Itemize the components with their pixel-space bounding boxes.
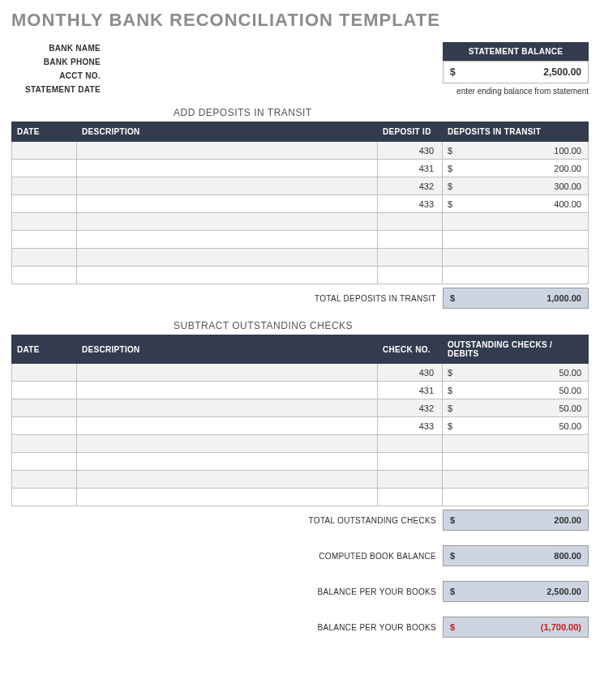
deposits-cell-amount[interactable]: $200.00 [443,160,589,177]
deposits-cell-date[interactable] [12,267,77,284]
deposits-cell-date[interactable] [12,160,77,177]
deposits-cell-date[interactable] [12,195,77,213]
deposits-section-title: ADD DEPOSITS IN TRANSIT [11,107,589,118]
deposits-cell-amount[interactable]: $100.00 [443,142,589,160]
checks-cell-id[interactable] [378,489,443,506]
checks-cell-date[interactable] [12,399,77,417]
amount-value: 50.00 [559,368,581,378]
checks-header-description: DESCRIPTION [77,335,378,364]
deposits-row [12,249,589,267]
checks-cell-id[interactable] [378,471,443,489]
checks-cell-description[interactable] [77,417,378,435]
checks-cell-amount[interactable]: $50.00 [443,364,589,382]
deposits-cell-description[interactable] [77,195,378,213]
deposits-cell-id[interactable]: 433 [378,195,443,213]
summary-row: COMPUTED BOOK BALANCE$800.00 [11,545,589,566]
statement-balance-title: STATEMENT BALANCE [443,42,589,61]
checks-cell-id[interactable]: 430 [378,364,443,382]
checks-cell-amount[interactable] [443,471,589,489]
summary-amount: (1,700.00) [541,622,581,632]
deposits-cell-id[interactable]: 430 [378,142,443,160]
summary-label: COMPUTED BOOK BALANCE [11,552,443,561]
deposits-cell-amount[interactable]: $300.00 [443,177,589,195]
statement-balance-box: STATEMENT BALANCE $ 2,500.00 enter endin… [443,42,589,96]
checks-cell-amount[interactable]: $50.00 [443,417,589,435]
deposits-header-date: DATE [12,122,77,142]
deposits-cell-description[interactable] [77,213,378,231]
deposits-cell-id[interactable] [378,249,443,267]
checks-cell-description[interactable] [77,399,378,417]
deposits-cell-amount[interactable] [443,231,589,249]
deposits-cell-amount[interactable] [443,213,589,231]
deposits-cell-description[interactable] [77,142,378,160]
deposits-row [12,213,589,231]
deposits-cell-date[interactable] [12,231,77,249]
checks-cell-amount[interactable] [443,435,589,453]
checks-cell-description[interactable] [77,364,378,382]
checks-cell-date[interactable] [12,471,77,489]
deposits-cell-description[interactable] [77,267,378,284]
deposits-cell-id[interactable] [378,267,443,284]
statement-balance-amount[interactable]: $ 2,500.00 [443,61,589,83]
deposits-total-amount: 1,000.00 [546,293,581,303]
deposits-cell-date[interactable] [12,213,77,231]
checks-cell-date[interactable] [12,453,77,471]
deposits-cell-id[interactable]: 431 [378,160,443,177]
deposits-row: 431$200.00 [12,160,589,177]
checks-total-row: TOTAL OUTSTANDING CHECKS $ 200.00 [11,510,589,531]
page-title: MONTHLY BANK RECONCILIATION TEMPLATE [11,10,589,31]
deposits-total-box: $ 1,000.00 [443,288,589,309]
checks-cell-description[interactable] [77,489,378,506]
deposits-cell-amount[interactable]: $400.00 [443,195,589,213]
summary-box: $(1,700.00) [443,617,589,638]
checks-cell-amount[interactable] [443,489,589,506]
checks-cell-date[interactable] [12,382,77,399]
checks-cell-id[interactable]: 431 [378,382,443,399]
checks-cell-id[interactable]: 432 [378,399,443,417]
checks-cell-description[interactable] [77,471,378,489]
bank-name-label: BANK NAME [11,44,101,53]
deposits-row [12,231,589,249]
currency-symbol: $ [448,368,452,378]
checks-row: 431$50.00 [12,382,589,399]
checks-cell-id[interactable] [378,453,443,471]
checks-cell-amount[interactable]: $50.00 [443,382,589,399]
summary-row: BALANCE PER YOUR BOOKS$(1,700.00) [11,617,589,638]
checks-row [12,489,589,506]
deposits-cell-amount[interactable] [443,249,589,267]
deposits-cell-description[interactable] [77,249,378,267]
deposits-cell-id[interactable] [378,213,443,231]
currency-symbol: $ [448,181,452,191]
deposits-row: 430$100.00 [12,142,589,160]
deposits-total-label: TOTAL DEPOSITS IN TRANSIT [11,294,443,303]
checks-cell-description[interactable] [77,382,378,399]
checks-total-currency: $ [450,515,455,525]
checks-cell-id[interactable] [378,435,443,453]
deposits-cell-date[interactable] [12,177,77,195]
checks-section-title: SUBTRACT OUTSTANDING CHECKS [11,320,589,331]
checks-cell-description[interactable] [77,453,378,471]
checks-cell-date[interactable] [12,364,77,382]
checks-row: 430$50.00 [12,364,589,382]
deposits-cell-id[interactable]: 432 [378,177,443,195]
checks-cell-date[interactable] [12,435,77,453]
deposits-cell-description[interactable] [77,177,378,195]
header-row: BANK NAME BANK PHONE ACCT NO. STATEMENT … [11,42,589,96]
checks-cell-date[interactable] [12,489,77,506]
currency-symbol: $ [448,146,452,156]
amount-value: 300.00 [554,181,581,191]
checks-cell-id[interactable]: 433 [378,417,443,435]
deposits-cell-amount[interactable] [443,267,589,284]
deposits-cell-description[interactable] [77,160,378,177]
checks-cell-amount[interactable] [443,453,589,471]
deposits-cell-description[interactable] [77,231,378,249]
deposits-cell-date[interactable] [12,249,77,267]
summary-box: $800.00 [443,545,589,566]
checks-cell-amount[interactable]: $50.00 [443,399,589,417]
checks-header-amount: OUTSTANDING CHECKS / DEBITS [443,335,589,364]
currency-symbol: $ [448,386,452,395]
checks-cell-date[interactable] [12,417,77,435]
deposits-cell-date[interactable] [12,142,77,160]
deposits-cell-id[interactable] [378,231,443,249]
checks-cell-description[interactable] [77,435,378,453]
